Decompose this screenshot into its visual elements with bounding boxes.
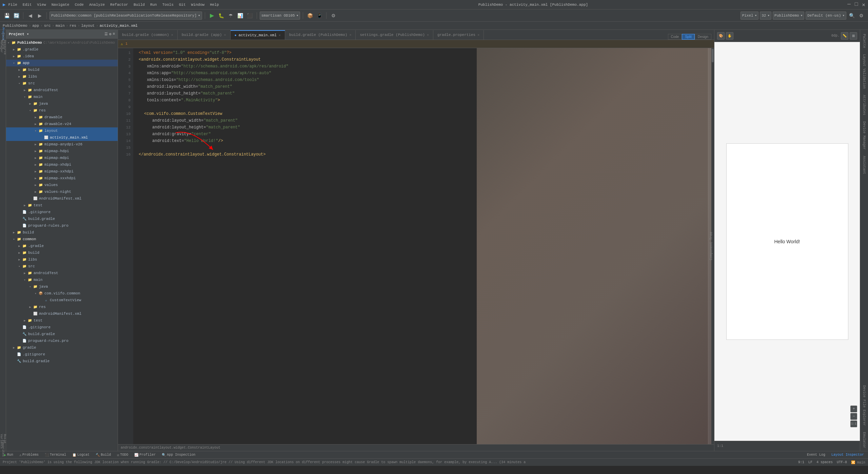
menu-build[interactable]: Build: [134, 3, 145, 7]
menu-run[interactable]: Run: [150, 3, 157, 7]
right-tab-attributes[interactable]: Attributes: [861, 92, 867, 118]
tree-mipmap-anydpi[interactable]: ▶ 📁 mipmap-anydpi-v26: [6, 141, 118, 148]
tree-common-gradle[interactable]: ▶ 📁 .gradle: [6, 243, 118, 249]
breadcrumb-layout[interactable]: layout: [81, 24, 95, 28]
right-tab-emulator[interactable]: Emulator: [861, 429, 867, 451]
menu-edit[interactable]: Edit: [23, 3, 32, 7]
tab-build-gradle-publishdemo[interactable]: build.gradle (PublishDemo) ✕: [285, 30, 356, 40]
tree-mipmap-xhdpi[interactable]: ▶ 📁 mipmap-xhdpi: [6, 161, 118, 168]
tab-gradle-properties[interactable]: gradle.properties ✕: [433, 30, 484, 40]
tree-common-gitignore[interactable]: 📄 .gitignore: [6, 324, 118, 331]
tree-common-libs[interactable]: ▶ 📁 libs: [6, 256, 118, 263]
app-inspection-btn[interactable]: 🔍 App Inspection: [159, 452, 198, 458]
ruler-btn[interactable]: 📏: [841, 32, 848, 40]
menu-analyze[interactable]: Analyze: [89, 3, 105, 7]
terminal-btn[interactable]: ⬛ Terminal: [42, 452, 69, 458]
zoom-fit-btn[interactable]: 1:1: [850, 420, 857, 427]
palette-btn[interactable]: 🎨: [717, 32, 725, 40]
tab-close-icon[interactable]: ✕: [427, 33, 429, 37]
tree-common-java[interactable]: ▾ 📁 java: [6, 283, 118, 290]
split-view-btn[interactable]: Split: [682, 34, 694, 40]
tree-mipmap-mdpi[interactable]: ▶ 📁 mipmap-mdpi: [6, 154, 118, 161]
maximize-btn[interactable]: □: [855, 1, 858, 8]
tree-common[interactable]: ▾ 📁 common: [6, 236, 118, 243]
right-tab-device-file-explorer[interactable]: Device File Explorer: [861, 383, 867, 429]
problems-btn[interactable]: ⚠ Problems: [17, 452, 41, 458]
tab-close-icon[interactable]: ✕: [279, 33, 281, 37]
tree-common-build[interactable]: ▶ 📁 build: [6, 249, 118, 256]
tree-root-buildgradle[interactable]: 🔧 build.gradle: [6, 358, 118, 365]
tree-common-src[interactable]: ▾ 📁 src: [6, 263, 118, 270]
tree-root-gitignore[interactable]: 📄 .gitignore: [6, 351, 118, 358]
locale-dropdown[interactable]: Default (en-us) ▾: [806, 12, 846, 20]
tree-common-res[interactable]: ▶ 📁 res: [6, 304, 118, 310]
menu-navigate[interactable]: Navigate: [52, 3, 70, 7]
tree-mipmap-hdpi[interactable]: ▶ 📁 mipmap-hdpi: [6, 148, 118, 154]
breadcrumb-src[interactable]: src: [44, 24, 51, 28]
right-tab-palette[interactable]: Palette: [861, 31, 867, 51]
sdk-btn[interactable]: 📦: [306, 12, 314, 20]
minimize-btn[interactable]: ─: [847, 1, 851, 8]
menu-git[interactable]: Git: [179, 3, 186, 7]
breadcrumb-app[interactable]: app: [32, 24, 39, 28]
tree-app-res[interactable]: ▾ 📁 res: [6, 107, 118, 114]
zoom-out-btn[interactable]: −: [850, 413, 857, 420]
menu-tools[interactable]: Tools: [162, 3, 174, 7]
tree-app-java[interactable]: ▶ 📁 java: [6, 100, 118, 107]
pixel-dropdown[interactable]: Pixel ▾: [741, 12, 759, 20]
right-tab-device-manager[interactable]: Device Manager: [861, 119, 867, 152]
tree-proguard[interactable]: 📄 proguard-rules.pro: [6, 222, 118, 229]
tree-root-build[interactable]: ▶ 📁 build: [6, 229, 118, 236]
menu-view[interactable]: View: [37, 3, 46, 7]
tree-gradle-hidden[interactable]: ▶ 📁 .gradle: [6, 46, 118, 53]
breadcrumb-main[interactable]: main: [56, 24, 64, 28]
search-btn[interactable]: 🔍: [848, 12, 856, 20]
debug-btn[interactable]: 🐛: [217, 12, 225, 20]
tree-drawable[interactable]: ▶ 📁 drawable: [6, 114, 118, 121]
tree-common-androidtest[interactable]: ▶ 📁 androidTest: [6, 270, 118, 276]
tree-androidmanifest[interactable]: ⬜ AndroidManifest.xml: [6, 195, 118, 202]
pan-btn[interactable]: ✋: [726, 32, 733, 40]
tree-idea[interactable]: ▶ 📁 .idea: [6, 53, 118, 60]
tab-activity-main[interactable]: ● activity_main.xml ✕: [231, 30, 285, 40]
forward-btn[interactable]: ▶: [36, 12, 44, 20]
tree-app[interactable]: ▾ 📁 app: [6, 60, 118, 66]
module-dropdown[interactable]: PublishDemo:common [publishReleasePublic…: [50, 12, 202, 20]
run-btn[interactable]: ▶: [208, 12, 216, 20]
zoom-in-btn[interactable]: +: [850, 406, 857, 412]
tree-root[interactable]: ▾ 📁 PublishDemo C:\WorkSpace\Android\Pub…: [6, 39, 118, 46]
tree-activity-main[interactable]: ⬜ activity_main.xml: [6, 134, 118, 141]
breadcrumb-file[interactable]: activity_main.xml: [100, 24, 138, 28]
menu-file[interactable]: File: [8, 3, 17, 7]
tree-app-buildgradle[interactable]: 🔧 build.gradle: [6, 215, 118, 222]
code-view-btn[interactable]: Code: [668, 34, 682, 40]
todo-btn[interactable]: ☑ TODO: [114, 452, 131, 458]
size-dropdown[interactable]: 32 ▾: [760, 12, 771, 20]
project-dropdown[interactable]: PublishDemo ▾: [773, 12, 804, 20]
tree-common-main[interactable]: ▾ 📁 main: [6, 276, 118, 283]
tab-close-icon[interactable]: ✕: [171, 33, 173, 37]
stop-btn[interactable]: ⬛: [246, 12, 254, 20]
tab-close-icon[interactable]: ✕: [477, 33, 479, 37]
tree-customtextview[interactable]: ☕ CustomTextView: [6, 297, 118, 304]
breadcrumb-res[interactable]: res: [70, 24, 76, 28]
code-editor[interactable]: <?xml version="1.0" encoding="utf-8"?> <…: [133, 48, 708, 444]
profile-btn[interactable]: 📊: [236, 12, 244, 20]
layout-inspector-btn[interactable]: Layout Inspector: [829, 452, 867, 457]
menu-refactor[interactable]: Refactor: [110, 3, 128, 7]
tree-app-androidtest[interactable]: ▶ 📁 androidTest: [6, 87, 118, 94]
tree-common-manifest[interactable]: ⬜ AndroidManifest.xml: [6, 310, 118, 317]
avd-btn[interactable]: 📱: [315, 12, 323, 20]
tree-common-buildgradle[interactable]: 🔧 build.gradle: [6, 331, 118, 337]
tab-build-gradle-common[interactable]: build.gradle (common) ✕: [118, 30, 178, 40]
panel-icon-1[interactable]: ☰: [104, 32, 108, 36]
panel-icon-gear[interactable]: ≡: [113, 32, 115, 36]
tree-mipmap-xxhdpi[interactable]: ▶ 📁 mipmap-xxhdpi: [6, 168, 118, 175]
tab-close-icon[interactable]: ✕: [224, 33, 226, 37]
tree-layout[interactable]: ▾ 📁 layout: [6, 127, 118, 134]
tree-mipmap-xxxhdpi[interactable]: ▶ 📁 mipmap-xxxhdpi: [6, 175, 118, 182]
build-btn[interactable]: 🔨 Build: [93, 452, 114, 458]
tree-app-src[interactable]: ▾ 📁 src: [6, 80, 118, 87]
sync-btn[interactable]: 🔄: [12, 12, 20, 20]
save-btn[interactable]: 💾: [3, 12, 11, 20]
